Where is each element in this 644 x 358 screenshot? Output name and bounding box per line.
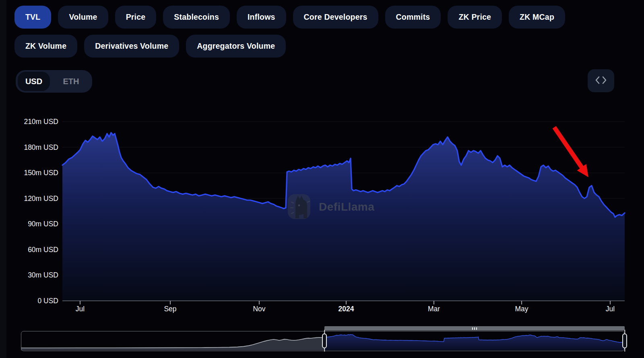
tab-core-developers[interactable]: Core Developers [293, 6, 378, 29]
tvl-line [62, 133, 625, 217]
defillama-llama-logo-icon [287, 192, 312, 222]
brush-left-handle[interactable] [322, 333, 327, 348]
left-edge-strip [0, 0, 6, 358]
y-tick-label: 90m USD [12, 220, 58, 228]
tab-zk-mcap[interactable]: ZK MCap [509, 6, 565, 29]
tab-tvl[interactable]: TVL [14, 6, 51, 29]
y-tick-label: 0 USD [12, 297, 58, 305]
x-tick-label-sep: Sep [164, 305, 176, 313]
tab-commits[interactable]: Commits [385, 6, 441, 29]
defillama-watermark: DefiLlama [287, 192, 374, 222]
red-arrow-annotation [553, 126, 589, 177]
x-tick-label-jul: Jul [76, 305, 85, 313]
x-tick-label-nov: Nov [253, 305, 265, 313]
y-tick-label: 150m USD [12, 169, 58, 177]
tab-zk-price[interactable]: ZK Price [448, 6, 502, 29]
defillama-protocol-chart-page: TVLVolumePriceStablecoinsInflowsCore Dev… [0, 0, 644, 358]
tvl-area-fill [62, 133, 625, 301]
brush-drag-bar[interactable] [324, 326, 625, 331]
y-tick-label: 180m USD [12, 143, 58, 151]
x-tick-label-2024: 2024 [339, 305, 354, 313]
tab-inflows[interactable]: Inflows [237, 6, 286, 29]
chart-tabs-row-2: ZK VolumeDerivatives VolumeAggregators V… [14, 35, 286, 58]
tab-aggregators-volume[interactable]: Aggregators Volume [186, 35, 286, 58]
currency-option-eth[interactable]: ETH [50, 72, 92, 91]
y-tick-label: 30m USD [12, 271, 58, 279]
embed-code-button[interactable] [588, 69, 614, 92]
x-tick-label-jul: Jul [606, 305, 615, 313]
chart-tabs-row-1: TVLVolumePriceStablecoinsInflowsCore Dev… [14, 6, 565, 29]
y-tick-label: 60m USD [12, 245, 58, 254]
code-icon [595, 76, 607, 86]
tab-zk-volume[interactable]: ZK Volume [14, 35, 77, 58]
tab-price[interactable]: Price [115, 6, 157, 29]
brush-right-handle[interactable] [622, 333, 627, 348]
currency-option-usd[interactable]: USD [18, 72, 50, 91]
tab-volume[interactable]: Volume [58, 6, 108, 29]
x-tick-label-may: May [515, 305, 528, 313]
currency-toggle: USD ETH [16, 70, 92, 93]
y-tick-label: 210m USD [12, 118, 58, 126]
x-tick-label-mar: Mar [428, 305, 440, 313]
watermark-text: DefiLlama [319, 201, 374, 213]
tab-stablecoins[interactable]: Stablecoins [163, 6, 230, 29]
y-tick-label: 120m USD [12, 194, 58, 203]
tab-derivatives-volume[interactable]: Derivatives Volume [84, 35, 179, 58]
